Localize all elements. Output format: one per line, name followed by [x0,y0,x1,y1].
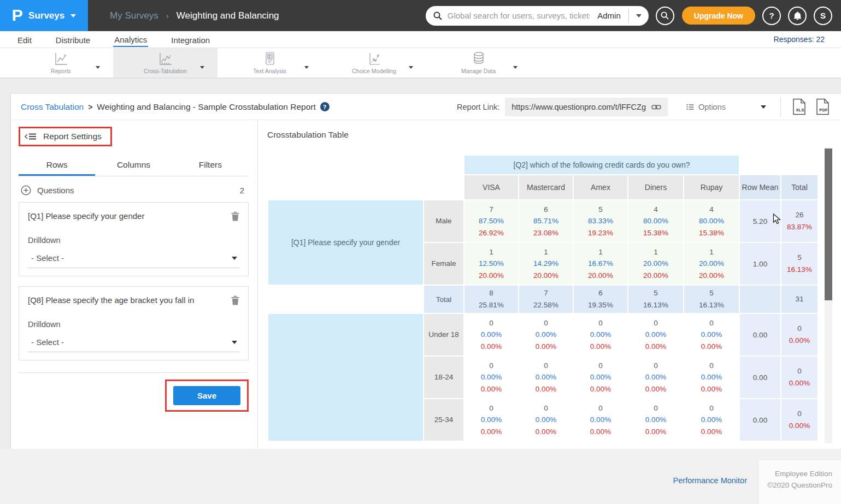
options-dropdown[interactable]: Options [686,103,766,111]
nav-tab-distribute[interactable]: Distribute [55,33,91,46]
toolbar-item-choice-modelling[interactable]: Choice Modelling [322,48,426,78]
tab-filters[interactable]: Filters [172,155,249,176]
bell-icon [793,11,802,20]
data-cell: 787.50%26.92% [464,200,518,242]
spacer-cell [268,286,423,313]
data-cell: 00.00%0.00% [628,357,683,398]
performance-monitor-link[interactable]: Performance Monitor [673,476,747,485]
edition-label: Employee Edition [775,470,832,478]
column-header-visa: VISA [464,175,518,199]
row-mean-cell: 0.00 [740,399,780,441]
report-link-box[interactable]: https://www.questionpro.com/t/lFFCZg [505,98,668,116]
breadcrumb-separator-icon: > [88,103,92,111]
chevron-down-icon[interactable] [96,61,100,71]
upgrade-now-button[interactable]: Upgrade Now [682,7,755,25]
save-button[interactable]: Save [173,386,240,405]
text-document-icon [265,51,275,66]
breadcrumb-my-surveys[interactable]: My Surveys [110,10,158,21]
report-help-button[interactable]: ? [320,102,330,111]
question-card-q8: [Q8] Please specify the age bracket you … [19,286,249,360]
total-data-cell: 619.35% [574,286,627,313]
link-icon [651,103,661,111]
annotation-box-save: Save [165,380,249,412]
surveys-product-menu[interactable]: P Surveys [0,0,88,31]
data-cell: 00.00%0.00% [519,314,573,355]
database-icon [473,51,485,66]
data-cell: 00.00%0.00% [464,314,518,355]
total-row-mean-cell [740,286,780,313]
grand-total-cell: 31 [781,286,818,313]
search-submit-button[interactable] [656,7,674,25]
chevron-down-icon [70,14,76,17]
add-question-icon[interactable] [21,185,31,195]
data-cell: 583.33%19.23% [574,200,627,242]
notifications-button[interactable] [788,7,807,25]
avatar-initial: S [820,11,826,20]
crosstab-panel: Crosstabulation Table [Q2] which of the … [258,120,841,448]
report-settings-toggle[interactable]: Report Settings [20,128,110,145]
toolbar-item-manage-data[interactable]: Manage Data [426,48,531,78]
row-header: 25-34 [424,399,463,441]
column-question-header: [Q2] which of the following credit cards… [464,156,739,174]
report-settings-label: Report Settings [43,132,102,141]
chevron-down-icon [232,257,237,260]
nav-tab-integration[interactable]: Integration [170,33,211,46]
nav-tab-analytics[interactable]: Analytics [113,32,148,47]
search-scope-dropdown[interactable] [629,6,649,26]
row-question-label [268,314,423,441]
export-xls-button[interactable]: XLS [792,98,807,115]
account-avatar[interactable]: S [814,7,832,25]
footer: Performance Monitor Employee Edition ©20… [0,449,841,504]
drilldown-label: Drilldown [28,320,239,329]
search-scope-admin[interactable]: Admin [590,11,628,20]
questionpro-logo: P [11,8,22,23]
divider [780,97,781,117]
delete-question-button[interactable] [231,295,239,307]
spacer-cell [268,156,423,174]
crosstab-table: [Q2] which of the following credit cards… [267,155,819,442]
total-row-header: Total [424,286,463,313]
drilldown-select-q8[interactable]: - Select - [28,337,239,352]
help-button[interactable]: ? [762,7,781,25]
delete-question-button[interactable] [231,211,239,223]
data-cell: 480.00%15.38% [628,200,683,242]
data-cell: 114.29%20.00% [519,243,573,284]
export-pdf-button[interactable]: PDF [815,98,830,115]
mouse-cursor [773,214,783,224]
crosstab-heading: Crosstabulation Table [267,130,841,140]
row-question-label: [Q1] Please specify your gender [268,200,423,284]
global-search: Admin [426,6,649,26]
report-url[interactable]: https://www.questionpro.com/t/lFFCZg [511,103,646,111]
topbar: P Surveys My Surveys › Weighting and Bal… [0,0,841,31]
chevron-down-icon[interactable] [304,61,309,71]
row-header: Male [424,200,463,242]
data-cell: 00.00%0.00% [684,357,739,398]
drilldown-select-q1[interactable]: - Select - [28,253,239,268]
data-cell: 00.00%0.00% [464,399,518,441]
chevron-down-icon[interactable] [513,61,517,71]
chevron-down-icon[interactable] [409,61,413,71]
row-header: Under 18 [424,314,463,355]
cross-tabulation-link[interactable]: Cross Tabulation [21,102,84,112]
chevron-down-icon[interactable] [200,61,204,71]
annotation-box-report-settings: Report Settings [19,127,112,146]
question-title: [Q1] Please specify your gender [28,211,144,221]
data-cell: 00.00%0.00% [574,399,627,441]
report-settings-panel: Report Settings Rows Columns Filters Que… [11,120,258,448]
model-chart-icon [368,51,381,66]
vertical-scrollbar-thumb[interactable] [825,149,832,300]
toolbar-item-reports[interactable]: Reports [9,48,113,78]
column-header-amex: Amex [574,175,627,199]
column-header-rupay: Rupay [684,175,739,199]
nav-tab-edit[interactable]: Edit [16,33,33,46]
toolbar-item-text-analysis[interactable]: Text Analysis [217,48,322,78]
product-menu-label: Surveys [28,10,64,21]
data-cell: 480.00%15.38% [684,200,739,242]
vertical-scrollbar-track[interactable] [825,147,832,443]
global-search-input[interactable] [448,11,590,20]
tab-columns[interactable]: Columns [95,155,172,176]
spacer-cell [781,156,818,174]
tab-rows[interactable]: Rows [19,155,95,176]
toolbar-item-cross-tabulation[interactable]: Cross-Tabulation [113,48,217,78]
total-data-cell: 722.58% [519,286,573,313]
